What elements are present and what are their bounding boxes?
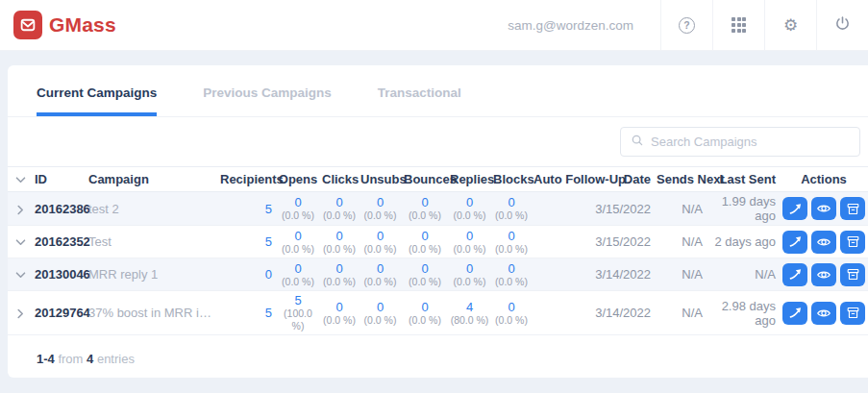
campaign-row: 20129764 37% boost in MRR in 3 months...… [8,291,868,335]
bounces-pct: (0.0 %) [404,276,446,288]
entries-range: 1-4 [37,352,55,366]
opens-pct: (0.0 %) [278,209,318,222]
replies-count[interactable]: 0 [450,229,489,243]
view-button[interactable] [811,231,836,254]
campaign-id: 20129764 [35,306,90,320]
row-expand-chevron-icon[interactable] [10,239,26,246]
col-header-replies[interactable]: Replies [448,167,491,192]
help-button[interactable]: ? [660,0,712,50]
campaign-name: 37% boost in MRR in 3 months... [87,291,218,335]
settings-button[interactable]: ⚙ [764,0,816,50]
replies-pct: (0.0 %) [450,276,489,288]
unsubs-pct: (0.0 %) [360,243,400,256]
campaign-id: 20130046 [35,267,90,282]
replies-count[interactable]: 0 [450,261,489,276]
row-expand-chevron-icon[interactable] [10,310,26,317]
clicks-pct: (0.0 %) [322,314,357,327]
replies-count[interactable]: 4 [450,300,489,314]
view-button[interactable] [811,302,836,325]
clicks-count[interactable]: 0 [322,261,357,276]
sends-next: N/A [655,258,707,291]
view-button[interactable] [811,197,836,220]
recipients-count[interactable]: 5 [265,234,272,249]
search-box[interactable] [620,127,860,157]
unsubs-count[interactable]: 0 [360,261,400,276]
archive-button[interactable] [840,263,865,286]
opens-count[interactable]: 0 [278,261,318,276]
campaign-date: 3/14/2022 [593,291,655,335]
help-icon: ? [679,17,695,34]
archive-button[interactable] [840,231,865,254]
brand-logo[interactable]: GMass [13,11,116,39]
bounces-count[interactable]: 0 [404,195,446,209]
archive-button[interactable] [840,302,865,325]
blocks-count[interactable]: 0 [493,261,530,276]
unsubs-pct: (0.0 %) [360,314,400,327]
clicks-count[interactable]: 0 [322,300,357,314]
campaigns-card: Current Campaigns Previous Campaigns Tra… [8,65,868,378]
blocks-count[interactable]: 0 [493,300,530,314]
recipients-count[interactable]: 5 [265,306,272,320]
col-header-opens[interactable]: Opens [276,167,320,192]
blocks-pct: (0.0 %) [493,209,530,222]
opens-count[interactable]: 0 [278,195,318,209]
auto-follow-up-cell [532,291,593,335]
auto-follow-up-cell [532,192,593,226]
replies-pct: (0.0 %) [450,209,489,222]
bounces-count[interactable]: 0 [404,261,446,276]
col-header-id[interactable]: ID [33,167,87,192]
apps-button[interactable] [712,0,764,50]
apps-grid-icon [732,17,746,32]
search-icon [631,134,644,151]
tab-current-campaigns[interactable]: Current Campaigns [37,86,157,116]
search-input[interactable] [651,135,850,149]
unsubs-pct: (0.0 %) [360,276,400,288]
bounces-pct: (0.0 %) [404,314,446,327]
unsubs-count[interactable]: 0 [360,195,400,209]
col-header-bounces[interactable]: Bounces [402,167,448,192]
tab-transactional[interactable]: Transactional [378,86,461,116]
blocks-count[interactable]: 0 [493,229,530,243]
archive-button[interactable] [840,197,865,220]
opens-count[interactable]: 0 [278,229,318,243]
col-header-sends-next[interactable]: Sends Next [655,167,707,192]
logout-button[interactable] [816,0,868,50]
col-header-clicks[interactable]: Clicks [320,167,359,192]
campaign-date: 3/15/2022 [593,192,655,226]
row-expand-chevron-icon[interactable] [10,207,26,213]
col-header-auto-follow-up[interactable]: Auto Follow-Up [532,167,593,192]
recipients-count[interactable]: 0 [265,267,272,282]
clicks-pct: (0.0 %) [322,243,357,256]
replies-pct: (0.0 %) [450,243,489,256]
table-header-row: ID Campaign Recipients Opens Clicks Unsu… [8,167,868,192]
bounces-count[interactable]: 0 [404,229,446,243]
report-button[interactable] [782,302,807,325]
report-button[interactable] [782,263,807,286]
blocks-pct: (0.0 %) [493,243,530,256]
sends-next: N/A [655,192,707,226]
account-email: sam.g@wordzen.com [481,0,660,50]
col-header-campaign[interactable]: Campaign [87,167,218,192]
report-button[interactable] [782,231,807,254]
unsubs-count[interactable]: 0 [360,300,400,314]
clicks-count[interactable]: 0 [322,229,357,243]
opens-pct: (100.0 %) [278,307,318,332]
top-bar: GMass sam.g@wordzen.com ? ⚙ [0,0,868,51]
opens-count[interactable]: 5 [278,293,318,307]
clicks-count[interactable]: 0 [322,195,357,209]
replies-count[interactable]: 0 [450,195,489,209]
expand-all-chevron-icon[interactable] [10,177,26,184]
col-header-blocks[interactable]: Blocks [491,167,532,192]
col-header-recipients[interactable]: Recipients [218,167,276,192]
tab-previous-campaigns[interactable]: Previous Campaigns [203,86,332,116]
view-button[interactable] [811,263,836,286]
blocks-count[interactable]: 0 [493,195,530,209]
tab-bar: Current Campaigns Previous Campaigns Tra… [8,65,868,117]
auto-follow-up-cell [532,226,593,258]
recipients-count[interactable]: 5 [265,202,272,216]
report-button[interactable] [782,197,807,220]
col-header-unsubs[interactable]: Unsubs [359,167,402,192]
unsubs-count[interactable]: 0 [360,229,400,243]
bounces-count[interactable]: 0 [404,300,446,314]
row-expand-chevron-icon[interactable] [10,272,26,279]
